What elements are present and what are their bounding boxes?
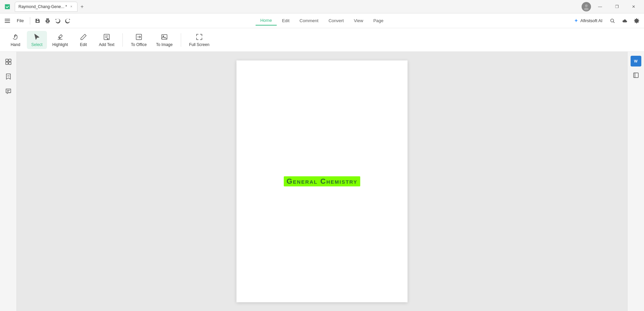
title-bar: Raymond_Chang-Gene... * × + — ❐ ✕ xyxy=(0,0,644,13)
ai-label: Afirstsoft AI xyxy=(580,18,602,23)
pdf-viewer[interactable]: General Chemistry xyxy=(17,52,627,311)
right-panel-button[interactable] xyxy=(630,69,642,81)
tab-edit[interactable]: Edit xyxy=(277,16,294,25)
highlight-tool-button[interactable]: Highlight xyxy=(48,31,72,49)
highlight-icon xyxy=(56,33,64,41)
print-button[interactable] xyxy=(43,16,52,26)
cloud-button[interactable] xyxy=(620,16,629,26)
ai-star-icon: ✦ xyxy=(574,17,578,24)
left-sidebar xyxy=(0,52,17,311)
bookmarks-panel-button[interactable] xyxy=(2,71,14,83)
tab-home-label: Home xyxy=(260,18,272,23)
file-menu[interactable]: File xyxy=(13,17,27,25)
undo-button[interactable] xyxy=(53,16,62,26)
to-image-label: To Image xyxy=(156,42,172,47)
svg-rect-3 xyxy=(5,20,10,21)
add-text-tool-button[interactable]: Add Text xyxy=(95,31,118,49)
tab-view-label: View xyxy=(354,18,363,23)
tab-convert[interactable]: Convert xyxy=(324,16,348,25)
menu-divider xyxy=(30,17,30,25)
to-office-label: To Office xyxy=(131,42,147,47)
hand-label: Hand xyxy=(11,42,20,47)
avatar-button[interactable] xyxy=(582,2,591,11)
tab-view[interactable]: View xyxy=(349,16,368,25)
comments-panel-button[interactable] xyxy=(2,85,14,97)
svg-point-1 xyxy=(584,8,589,10)
tab-convert-label: Convert xyxy=(328,18,344,23)
word-label: W xyxy=(634,59,637,63)
select-label: Select xyxy=(31,42,42,47)
nav-tabs: Home Edit Comment Convert View Page xyxy=(74,16,570,26)
svg-rect-14 xyxy=(9,62,11,64)
hand-tool-button[interactable]: Hand xyxy=(5,31,25,49)
toolbar-separator xyxy=(122,33,123,47)
edit-label: Edit xyxy=(80,42,87,47)
tab-home[interactable]: Home xyxy=(256,16,277,26)
tab-comment-label: Comment xyxy=(300,18,318,23)
window-controls: — ❐ ✕ xyxy=(582,2,641,12)
main-content: General Chemistry W xyxy=(0,52,644,311)
edit-icon xyxy=(79,33,88,41)
close-button[interactable]: ✕ xyxy=(626,2,641,12)
tab-title: Raymond_Chang-Gene... * xyxy=(18,4,67,9)
to-image-icon xyxy=(160,33,168,41)
save-button[interactable] xyxy=(33,16,42,26)
toolbar: Hand Select Highlight Edit xyxy=(0,28,644,52)
right-sidebar: W xyxy=(627,52,644,311)
select-tool-button[interactable]: Select xyxy=(27,31,47,49)
close-tab-button[interactable]: × xyxy=(69,4,74,9)
add-text-icon xyxy=(103,33,111,41)
active-tab[interactable]: Raymond_Chang-Gene... * × xyxy=(15,2,77,12)
tab-comment[interactable]: Comment xyxy=(295,16,323,25)
svg-line-6 xyxy=(613,21,615,23)
pdf-document-title: General Chemistry xyxy=(284,176,360,186)
hamburger-menu-button[interactable] xyxy=(3,16,12,26)
svg-point-10 xyxy=(163,36,164,37)
tab-page[interactable]: Page xyxy=(369,16,388,25)
menu-bar: File Home Edit xyxy=(0,13,644,28)
highlight-label: Highlight xyxy=(52,42,68,47)
select-icon xyxy=(33,33,41,41)
to-office-icon xyxy=(135,33,143,41)
svg-point-0 xyxy=(585,4,588,7)
hand-icon xyxy=(11,33,19,41)
ai-button[interactable]: ✦ Afirstsoft AI xyxy=(571,16,605,25)
add-tab-button[interactable]: + xyxy=(78,3,86,11)
app-logo xyxy=(3,2,12,11)
quick-actions xyxy=(33,16,72,26)
search-button[interactable] xyxy=(608,16,617,26)
svg-rect-11 xyxy=(6,59,8,61)
full-screen-label: Full Screen xyxy=(189,42,210,47)
svg-rect-12 xyxy=(9,59,11,61)
thumbnail-panel-button[interactable] xyxy=(2,56,14,68)
edit-tool-button[interactable]: Edit xyxy=(73,31,94,49)
svg-rect-4 xyxy=(5,22,10,23)
full-screen-tool-button[interactable]: Full Screen xyxy=(185,31,214,49)
header-right: ✦ Afirstsoft AI xyxy=(571,16,641,26)
tab-page-label: Page xyxy=(373,18,383,23)
svg-rect-18 xyxy=(634,73,638,78)
svg-rect-7 xyxy=(104,34,109,40)
tab-edit-label: Edit xyxy=(282,18,289,23)
redo-button[interactable] xyxy=(63,16,72,26)
settings-button[interactable] xyxy=(632,16,641,26)
svg-point-5 xyxy=(611,19,614,22)
maximize-button[interactable]: ❐ xyxy=(609,2,625,12)
toolbar-separator-2 xyxy=(181,33,181,47)
to-office-tool-button[interactable]: To Office xyxy=(127,31,151,49)
tab-bar: Raymond_Chang-Gene... * × + xyxy=(15,2,582,12)
svg-rect-13 xyxy=(6,62,8,64)
add-text-label: Add Text xyxy=(99,42,114,47)
minimize-button[interactable]: — xyxy=(592,2,608,12)
word-icon-button[interactable]: W xyxy=(631,56,641,66)
svg-rect-2 xyxy=(5,19,10,19)
to-image-tool-button[interactable]: To Image xyxy=(152,31,176,49)
full-screen-icon xyxy=(195,33,203,41)
pdf-page: General Chemistry xyxy=(236,60,408,302)
